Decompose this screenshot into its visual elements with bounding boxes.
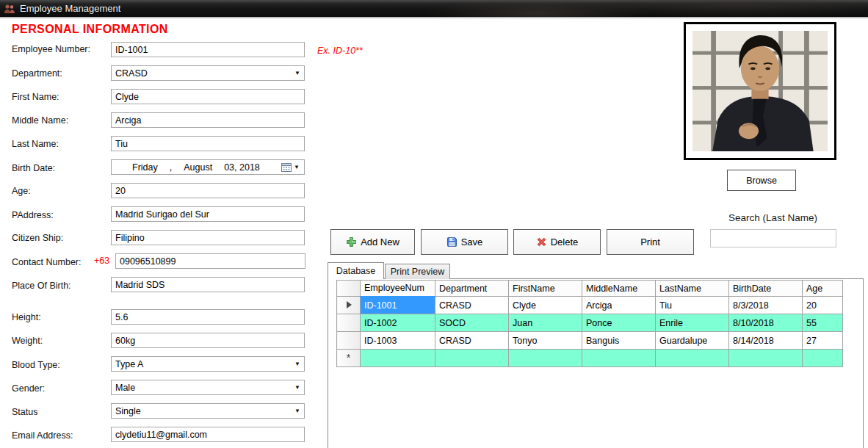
gender-select[interactable]: Male ▼	[111, 380, 305, 395]
column-header[interactable]: FirstName	[509, 281, 582, 297]
delete-x-icon	[536, 236, 547, 248]
row-header[interactable]	[337, 314, 361, 332]
birth-date-day: Friday	[132, 162, 158, 173]
tab-database[interactable]: Database	[328, 262, 384, 279]
employee-number-hint: Ex. ID-10**	[317, 46, 363, 56]
cell[interactable]: Banguis	[582, 332, 656, 350]
chevron-down-icon: ▼	[294, 71, 300, 76]
blood-type-value: Type A	[115, 359, 294, 369]
row-header-corner	[337, 281, 361, 297]
last-name-input[interactable]	[111, 136, 305, 151]
cell[interactable]: 8/14/2018	[729, 332, 803, 350]
height-input[interactable]	[111, 309, 305, 325]
add-new-label: Add New	[361, 236, 399, 248]
save-label: Save	[461, 236, 483, 248]
chevron-down-icon: ▼	[294, 361, 300, 367]
department-label: Department:	[12, 68, 62, 79]
contact-prefix: +63	[94, 256, 109, 266]
employee-table: EmployeeNum Department FirstName MiddleN…	[336, 280, 843, 367]
paddress-label: PAddress:	[12, 210, 54, 220]
column-header[interactable]: BirthDate	[729, 281, 803, 297]
cell[interactable]: CRASD	[435, 332, 509, 350]
cell-empty[interactable]	[361, 350, 435, 367]
delete-button[interactable]: Delete	[513, 229, 601, 255]
age-input[interactable]	[111, 183, 305, 198]
tab-print-preview[interactable]: Print Preview	[385, 264, 450, 279]
column-header[interactable]: EmployeeNum	[361, 281, 435, 297]
add-new-button[interactable]: Add New	[330, 229, 415, 255]
chevron-down-icon[interactable]: ▼	[294, 165, 300, 170]
calendar-icon[interactable]	[281, 162, 292, 172]
cell[interactable]: Tiu	[656, 297, 729, 314]
cell[interactable]: Clyde	[509, 297, 582, 314]
table-row[interactable]: ID-1001 CRASD Clyde Arciga Tiu 8/3/2018 …	[337, 297, 843, 314]
cell-empty[interactable]	[729, 350, 803, 367]
department-select[interactable]: CRASD ▼	[111, 65, 305, 81]
employee-management-window: { "window": { "title": "Employee Managem…	[0, 0, 868, 448]
blood-type-select[interactable]: Type A ▼	[111, 356, 305, 372]
table-row[interactable]: ID-1003 CRASD Tonyo Banguis Guardalupe 8…	[337, 332, 843, 350]
cell-empty[interactable]	[656, 350, 729, 367]
row-header[interactable]	[337, 332, 361, 350]
save-button[interactable]: Save	[421, 229, 508, 255]
column-header[interactable]: Age	[803, 281, 843, 297]
status-label: Status	[12, 407, 37, 417]
chevron-down-icon: ▼	[294, 385, 300, 391]
print-button[interactable]: Print	[607, 229, 694, 255]
cell[interactable]: ID-1002	[361, 314, 435, 332]
cell[interactable]: 8/3/2018	[729, 297, 803, 314]
birth-date-picker[interactable]: Friday , August 03, 2018 ▼	[111, 159, 305, 175]
first-name-input[interactable]	[111, 89, 305, 104]
cell[interactable]: Juan	[509, 314, 582, 332]
cell[interactable]: 20	[803, 297, 843, 314]
cell[interactable]: Enrile	[656, 314, 729, 332]
current-row-indicator[interactable]	[337, 297, 361, 314]
email-address-input[interactable]	[111, 427, 305, 442]
cell[interactable]: 55	[803, 314, 843, 332]
last-name-label: Last Name:	[12, 139, 59, 149]
cell[interactable]: SOCD	[435, 314, 509, 332]
place-of-birth-input[interactable]	[111, 277, 305, 292]
cell-empty[interactable]	[509, 350, 582, 367]
cell[interactable]: Ponce	[582, 314, 656, 332]
delete-label: Delete	[551, 236, 579, 248]
middle-name-input[interactable]	[111, 112, 305, 128]
cell-empty[interactable]	[582, 350, 656, 367]
paddress-input[interactable]	[111, 206, 305, 222]
cell-empty[interactable]	[803, 350, 843, 367]
birth-date-separator: ,	[170, 162, 172, 173]
cell[interactable]: CRASD	[435, 297, 509, 314]
contact-number-input[interactable]	[115, 253, 305, 269]
employee-number-input[interactable]	[111, 42, 305, 57]
weight-input[interactable]	[111, 333, 305, 348]
plus-icon	[346, 236, 357, 248]
cell[interactable]: 27	[803, 332, 843, 350]
column-header[interactable]: Department	[435, 281, 509, 297]
column-header[interactable]: MiddleName	[582, 281, 656, 297]
browse-button[interactable]: Browse	[727, 170, 796, 191]
citizenship-input[interactable]	[111, 230, 305, 245]
floppy-save-icon	[446, 236, 457, 248]
cell[interactable]: ID-1003	[361, 332, 435, 350]
cell-empty[interactable]	[435, 350, 509, 367]
cell[interactable]: Arciga	[582, 297, 656, 314]
cell[interactable]: Tonyo	[509, 332, 582, 350]
employee-photo-frame	[684, 22, 836, 160]
cell-selected[interactable]: ID-1001	[361, 297, 435, 314]
table-new-row[interactable]: *	[337, 350, 843, 367]
search-input[interactable]	[710, 229, 836, 248]
first-name-label: First Name:	[12, 92, 59, 102]
cell[interactable]: 8/10/2018	[729, 314, 803, 332]
new-row-star-icon: *	[347, 352, 350, 364]
table-header-row: EmployeeNum Department FirstName MiddleN…	[337, 281, 843, 297]
employee-number-label: Employee Number:	[12, 44, 90, 54]
column-header[interactable]: LastName	[656, 281, 729, 297]
app-people-icon	[4, 4, 15, 14]
cell[interactable]: Guardalupe	[656, 332, 729, 350]
table-row[interactable]: ID-1002 SOCD Juan Ponce Enrile 8/10/2018…	[337, 314, 843, 332]
gender-label: Gender:	[12, 383, 45, 394]
status-select[interactable]: Single ▼	[111, 403, 305, 419]
birth-date-label: Birth Date:	[12, 163, 55, 173]
search-label: Search (Last Name)	[705, 212, 841, 223]
current-row-arrow-icon	[347, 301, 352, 308]
